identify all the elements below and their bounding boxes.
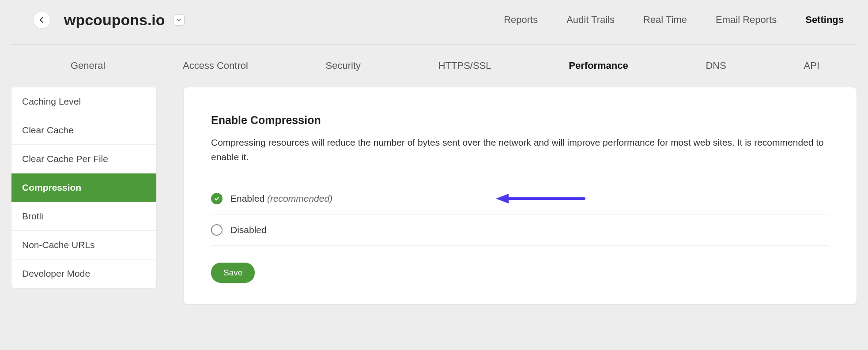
settings-tabs: General Access Control Security HTTPS/SS… [0, 45, 868, 87]
tab-security[interactable]: Security [326, 60, 361, 72]
tab-performance[interactable]: Performance [569, 60, 628, 72]
option-enabled-label: Enabled (recommended) [230, 193, 332, 204]
check-icon [214, 196, 220, 202]
site-dropdown-button[interactable] [173, 14, 185, 26]
sidebar-item-clear-cache-per-file[interactable]: Clear Cache Per File [11, 145, 156, 173]
nav-real-time[interactable]: Real Time [643, 14, 687, 26]
option-enabled[interactable]: Enabled (recommended) [211, 183, 829, 214]
top-nav: Reports Audit Trails Real Time Email Rep… [504, 14, 844, 26]
sidebar-item-non-cache-urls[interactable]: Non-Cache URLs [11, 231, 156, 260]
chevron-down-icon [177, 19, 181, 22]
site-title: wpcoupons.io [64, 11, 165, 29]
tab-api[interactable]: API [804, 60, 819, 72]
nav-email-reports[interactable]: Email Reports [716, 14, 777, 26]
tab-general[interactable]: General [71, 60, 105, 72]
annotation-arrow-icon [494, 193, 586, 204]
back-button[interactable] [33, 11, 51, 29]
nav-settings[interactable]: Settings [805, 14, 844, 26]
tab-https-ssl[interactable]: HTTPS/SSL [438, 60, 491, 72]
nav-reports[interactable]: Reports [504, 14, 538, 26]
tab-dns[interactable]: DNS [706, 60, 726, 72]
option-enabled-text: Enabled [230, 193, 264, 203]
sidebar: Caching Level Clear Cache Clear Cache Pe… [11, 87, 157, 288]
option-enabled-hint: (recommended) [267, 193, 332, 203]
panel-title: Enable Compression [211, 114, 829, 127]
tab-access-control[interactable]: Access Control [183, 60, 248, 72]
sidebar-item-brotli[interactable]: Brotli [11, 202, 156, 231]
save-button[interactable]: Save [211, 263, 255, 283]
content: Caching Level Clear Cache Clear Cache Pe… [0, 87, 868, 318]
header: wpcoupons.io Reports Audit Trails Real T… [0, 0, 868, 44]
option-disabled[interactable]: Disabled [211, 214, 829, 246]
sidebar-item-compression[interactable]: Compression [11, 173, 156, 202]
sidebar-item-caching-level[interactable]: Caching Level [11, 87, 156, 116]
arrow-left-icon [38, 16, 45, 23]
settings-panel: Enable Compression Compressing resources… [183, 87, 857, 305]
option-disabled-label: Disabled [230, 225, 267, 235]
panel-description: Compressing resources will reduce the nu… [211, 135, 829, 164]
nav-audit-trails[interactable]: Audit Trails [566, 14, 615, 26]
radio-unchecked-icon [211, 224, 223, 236]
radio-checked-icon [211, 193, 223, 204]
sidebar-item-developer-mode[interactable]: Developer Mode [11, 260, 156, 288]
sidebar-item-clear-cache[interactable]: Clear Cache [11, 116, 156, 145]
